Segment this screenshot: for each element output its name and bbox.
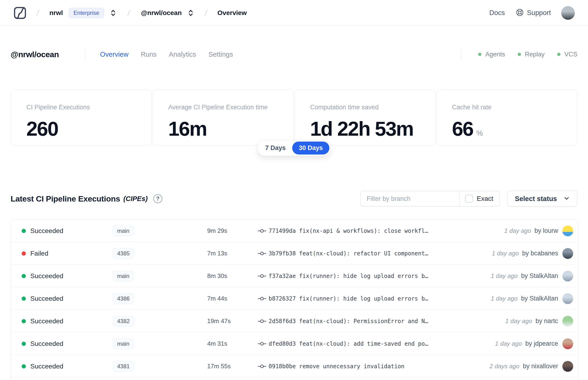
commit-message: 2d58f6d3feat(nx-cloud): PermissionError … (269, 318, 500, 324)
tab-settings[interactable]: Settings (209, 51, 233, 58)
top-navbar: / nrwl Enterprise / @nrwl/ocean / Overvi… (0, 0, 588, 26)
status-dot-icon (22, 251, 26, 256)
stat-label: Average CI Pipeline Execution time (168, 104, 278, 111)
author-avatar (562, 226, 573, 236)
time-ago: 1 day ago (491, 272, 518, 279)
stat-value: 16m (168, 117, 278, 140)
chevron-down-icon (563, 195, 570, 203)
help-icon[interactable]: ? (153, 194, 162, 203)
status-indicators: Agents Replay VCS (461, 48, 577, 61)
support-link[interactable]: Support (515, 8, 551, 18)
commit-hash: f37a32ae (269, 273, 296, 279)
toggle-30-days[interactable]: 30 Days (292, 142, 329, 154)
breadcrumb-workspace[interactable]: @nrwl/ocean (141, 9, 182, 17)
status-dot-icon (22, 297, 26, 301)
cipe-row[interactable]: Succeeded 4382 19m 47s 2d58f6d3feat(nx-c… (11, 310, 578, 333)
enterprise-badge[interactable]: Enterprise (69, 8, 104, 18)
cipe-duration: 7m 44s (207, 295, 257, 302)
indicator-vcs[interactable]: VCS (557, 51, 577, 58)
user-avatar[interactable] (561, 6, 575, 20)
author: by lourw (534, 227, 558, 234)
commit-message: 771499dafix(nx-api & workflows): close w… (269, 228, 500, 234)
cipe-status: Failed (30, 250, 113, 257)
status-dot-icon (22, 274, 26, 278)
branch-badge: 4385 (113, 248, 134, 259)
org-selector-chevrons-icon[interactable] (109, 9, 117, 17)
cipe-section-header: Latest CI Pipeline Executions (CIPEs) ? … (11, 190, 577, 208)
select-status-dropdown[interactable]: Select status (508, 191, 577, 207)
workspace-tabs: Overview Runs Analytics Settings (100, 51, 233, 58)
cipe-status: Succeeded (30, 340, 113, 347)
green-dot-icon (557, 53, 560, 56)
commit-message: 0918b0beremove unnecessary invalidation (269, 363, 485, 370)
author: by nixallover (523, 362, 558, 370)
commit-message: 3b79fb38feat(nx-cloud): refactor UI comp… (269, 250, 487, 257)
cipe-duration: 8m 30s (207, 272, 257, 280)
branch-badge: main (113, 226, 134, 236)
cipe-meta: 1 day ago by StalkAltan (491, 295, 558, 302)
author-avatar (562, 271, 573, 282)
stat-value: 66 % (452, 117, 562, 140)
cipe-row[interactable]: Succeeded main 9m 29s 771499dafix(nx-api… (11, 220, 578, 242)
breadcrumb-separator: / (36, 8, 40, 18)
nx-cloud-logo-icon[interactable] (13, 6, 27, 20)
author-avatar (562, 316, 573, 327)
exact-checkbox[interactable] (465, 195, 473, 203)
tab-runs[interactable]: Runs (141, 51, 157, 58)
author: by StalkAltan (521, 295, 558, 302)
author: by StalkAltan (521, 272, 558, 279)
commit-hash: 3b79fb38 (269, 250, 296, 257)
branch-badge: 4382 (113, 316, 134, 327)
branch-badge: 4381 (113, 361, 134, 372)
breadcrumb-page: Overview (218, 9, 247, 17)
cipe-row[interactable]: Succeeded 4386 7m 44s b8726327fix(runner… (11, 287, 578, 310)
commit-message: b8726327fix(runner): hide log upload err… (269, 295, 486, 302)
cipe-duration: 4m 31s (207, 340, 257, 347)
status-dot-icon (22, 364, 26, 368)
stat-card-cache-hit-rate: Cache hit rate 66 % (436, 90, 577, 145)
workspace-selector-chevrons-icon[interactable] (187, 9, 194, 17)
status-dot-icon (22, 319, 26, 323)
tab-analytics[interactable]: Analytics (169, 51, 196, 58)
stats-cards: CI Pipeline Executions 260 Average CI Pi… (11, 90, 577, 145)
cipe-row[interactable]: Succeeded main 4m 31s dfed80d3feat(nx-cl… (11, 333, 578, 355)
git-commit-icon (257, 296, 267, 302)
commit-hash: dfed80d3 (269, 341, 296, 347)
branch-cell: 4382 (113, 316, 207, 327)
workspace-header: @nrwl/ocean Overview Runs Analytics Sett… (11, 46, 577, 62)
cipe-meta: 1 day ago by jdpearce (495, 340, 558, 347)
git-commit-icon (257, 251, 267, 256)
cipe-meta: 2 days ago by nixallover (490, 362, 558, 370)
stat-label: Cache hit rate (452, 104, 562, 111)
cipe-row[interactable]: Succeeded 4381 17m 55s 0918b0beremove un… (11, 355, 578, 378)
breadcrumb: / nrwl Enterprise / @nrwl/ocean / Overvi… (13, 6, 247, 20)
indicator-replay[interactable]: Replay (518, 51, 545, 58)
branch-badge: 4386 (113, 293, 134, 304)
time-ago: 1 day ago (492, 250, 519, 257)
breadcrumb-org[interactable]: nrwl (49, 9, 63, 17)
branch-badge: main (113, 338, 134, 349)
green-dot-icon (478, 53, 481, 56)
author: by jdpearce (525, 340, 558, 347)
nx-cloud-dashboard: / nrwl Enterprise / @nrwl/ocean / Overvi… (0, 0, 588, 380)
cipe-row[interactable]: Succeeded main 8m 30s f37a32aefix(runner… (11, 265, 578, 287)
time-ago: 1 day ago (495, 340, 522, 347)
toggle-7-days[interactable]: 7 Days (259, 142, 292, 154)
cipe-duration: 19m 47s (207, 318, 257, 325)
author-avatar (562, 248, 573, 259)
cipe-table: Succeeded main 9m 29s 771499dafix(nx-api… (11, 219, 578, 380)
tab-overview[interactable]: Overview (100, 51, 128, 58)
author-avatar (562, 338, 573, 349)
indicator-agents[interactable]: Agents (478, 51, 505, 58)
branch-cell: 4381 (113, 361, 207, 372)
cipe-row[interactable]: Failed 4385 7m 13s 3b79fb38feat(nx-cloud… (11, 242, 578, 265)
docs-link[interactable]: Docs (489, 9, 505, 17)
branch-filter-input[interactable] (360, 191, 459, 206)
author: by bcabanes (522, 250, 558, 257)
section-title-suffix: (CIPEs) (123, 195, 148, 203)
branch-cell: main (113, 338, 207, 349)
cipe-meta: 1 day ago by lourw (504, 227, 558, 234)
cipe-duration: 17m 55s (207, 362, 257, 370)
author: by nartc (535, 318, 558, 324)
branch-badge: main (113, 271, 134, 282)
